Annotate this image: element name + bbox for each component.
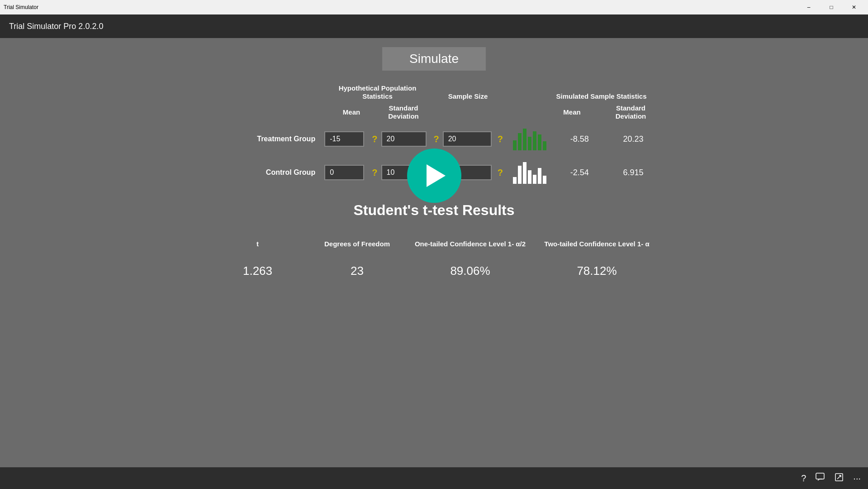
minimize-button[interactable]: – — [798, 0, 819, 14]
play-icon — [427, 164, 446, 187]
bottom-bar: ? ··· — [0, 467, 868, 489]
chat-icon[interactable] — [815, 472, 825, 484]
treatment-stddev-help[interactable]: ? — [434, 134, 439, 144]
treatment-stddev-input[interactable] — [381, 131, 427, 147]
simulate-button[interactable]: Simulate — [382, 47, 486, 71]
svg-rect-0 — [816, 473, 824, 479]
sim-stddev-col-header: Standard Deviation — [616, 104, 646, 120]
ttest-title: Student's t-test Results — [353, 202, 514, 219]
sample-size-header: Sample Size — [448, 92, 488, 100]
treatment-samplesize-input[interactable] — [443, 131, 492, 147]
mean-col-header: Mean — [343, 108, 360, 116]
control-mean-help[interactable]: ? — [372, 168, 377, 178]
ttest-col-df: Degrees of Freedom 23 — [308, 232, 407, 278]
help-icon[interactable]: ? — [801, 473, 806, 484]
close-button[interactable]: ✕ — [844, 0, 864, 14]
app-title: Trial Simulator Pro 2.0.2.0 — [9, 22, 103, 31]
app-header: Trial Simulator Pro 2.0.2.0 — [0, 14, 868, 38]
ttest-col-df-header: Degrees of Freedom — [324, 232, 390, 255]
window-controls: – □ ✕ — [798, 0, 864, 14]
ttest-col-t-header: t — [256, 232, 259, 255]
control-sim-mean: -2.54 — [570, 168, 589, 177]
ttest-col-t: t 1.263 — [208, 232, 308, 278]
resize-icon[interactable] — [834, 472, 844, 484]
control-chart — [511, 161, 548, 184]
treatment-chart — [511, 128, 548, 150]
hyp-pop-header: Hypothetical Population Statistics — [339, 84, 417, 100]
ttest-col-two-tailed-value: 78.12% — [577, 264, 617, 278]
control-mean-input[interactable] — [324, 165, 364, 180]
more-icon[interactable]: ··· — [853, 473, 861, 484]
ttest-col-one-tailed: One-tailed Confidence Level 1- α/2 89.06… — [407, 232, 534, 278]
treatment-mean-input[interactable] — [324, 131, 364, 147]
ttest-col-two-tailed-header: Two-tailed Confidence Level 1- α — [544, 232, 649, 255]
treatment-sim-stddev: 20.23 — [623, 134, 644, 144]
treatment-row: Treatment Group ? ? ? — [208, 128, 660, 150]
main-content: Simulate Hypothetical Population Statist… — [0, 38, 868, 467]
treatment-samplesize-help[interactable]: ? — [498, 134, 503, 144]
sim-mean-col-header: Mean — [563, 108, 580, 116]
ttest-col-t-value: 1.263 — [243, 264, 272, 278]
ttest-col-two-tailed: Two-tailed Confidence Level 1- α 78.12% — [534, 232, 660, 278]
maximize-button[interactable]: □ — [821, 0, 842, 14]
ttest-section: Student's t-test Results t 1.263 Degrees… — [208, 202, 660, 278]
ttest-col-df-value: 23 — [351, 264, 364, 278]
ttest-col-one-tailed-header: One-tailed Confidence Level 1- α/2 — [415, 232, 526, 255]
ttest-table: t 1.263 Degrees of Freedom 23 One-tailed… — [208, 232, 660, 278]
control-label: Control Group — [266, 168, 315, 176]
title-bar: Trial Simulator – □ ✕ — [0, 0, 868, 14]
stddev-col-header: Standard Deviation — [388, 104, 419, 120]
control-samplesize-help[interactable]: ? — [498, 168, 503, 178]
treatment-mean-help[interactable]: ? — [372, 134, 377, 144]
control-sim-stddev: 6.915 — [623, 168, 644, 177]
treatment-label: Treatment Group — [257, 135, 315, 143]
window-title: Trial Simulator — [4, 4, 38, 10]
sim-sample-header: Simulated Sample Statistics — [556, 92, 646, 100]
treatment-sim-mean: -8.58 — [570, 134, 589, 144]
ttest-col-one-tailed-value: 89.06% — [450, 264, 490, 278]
play-button[interactable] — [407, 149, 461, 203]
